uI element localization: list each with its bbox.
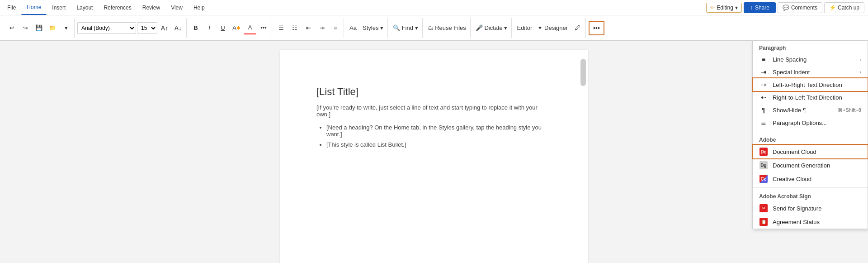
list-group: ☰ ☷ ⇤ ⇥ ≡ bbox=[273, 18, 344, 38]
menu-file[interactable]: File bbox=[2, 0, 21, 15]
doc-title: [List Title] bbox=[316, 86, 552, 98]
share-icon: ↑ bbox=[750, 5, 753, 11]
send-for-signature-item[interactable]: ✉ Send for Signature bbox=[753, 201, 868, 215]
ribbon: ↩ ↪ 💾 📁 ▾ Arial (Body) 15 A↑ A↓ B I U A🔶… bbox=[0, 15, 868, 41]
line-spacing-arrow: › bbox=[860, 57, 861, 62]
ltr-label: Left-to-Right Text Direction bbox=[773, 81, 861, 88]
paragraph-options-icon: ≣ bbox=[759, 119, 768, 126]
title-bar-right: ✏ Editing ▾ ↑ Share 💬 Comments ⚡ Catch u… bbox=[706, 2, 868, 13]
highlight-button[interactable]: A🔶 bbox=[230, 22, 243, 34]
catchup-button[interactable]: ⚡ Catch up bbox=[824, 2, 864, 13]
document-page: [List Title] [If you're ready to write, … bbox=[280, 50, 588, 263]
decrease-font-button[interactable]: A↓ bbox=[172, 22, 184, 34]
menu-review[interactable]: Review bbox=[137, 0, 165, 15]
bullets-button[interactable]: ☰ bbox=[275, 22, 288, 34]
overflow-menu-button[interactable]: ••• bbox=[589, 21, 604, 35]
clear-format-button[interactable]: Aa bbox=[347, 22, 359, 34]
format-more-button[interactable]: ••• bbox=[257, 22, 270, 34]
special-indent-label: Special Indent bbox=[773, 69, 855, 76]
menu-home[interactable]: Home bbox=[21, 0, 47, 15]
agreement-status-item[interactable]: 📋 Agreement Status bbox=[753, 215, 868, 229]
scroll-bar[interactable] bbox=[580, 59, 586, 86]
list-item-1: [Need a heading? On the Home tab, in the… bbox=[326, 124, 552, 138]
highlight-colors-button[interactable]: 🖊 bbox=[571, 22, 584, 34]
acrobat-sign-section-header: Adobe Acrobat Sign bbox=[753, 190, 868, 201]
dictate-button[interactable]: 🎤 Dictate ▾ bbox=[473, 22, 510, 34]
more-quick-access[interactable]: ▾ bbox=[60, 22, 72, 34]
document-area: [List Title] [If you're ready to write, … bbox=[0, 41, 868, 263]
creative-cloud-icon: Cc bbox=[759, 175, 768, 183]
font-size-selector[interactable]: 15 bbox=[137, 22, 157, 34]
menu-references[interactable]: References bbox=[98, 0, 137, 15]
rtl-label: Right-to-Left Text Direction bbox=[773, 94, 861, 101]
menu-layout[interactable]: Layout bbox=[71, 0, 98, 15]
comments-label: Comments bbox=[791, 5, 817, 11]
document-cloud-item[interactable]: Dc Document Cloud bbox=[753, 145, 868, 158]
text-format-group: B I U A🔶 A ••• bbox=[188, 18, 272, 38]
line-spacing-item[interactable]: ≡ Line Spacing › bbox=[753, 53, 868, 66]
list-item-2: [This style is called List Bullet.] bbox=[326, 141, 552, 148]
creative-cloud-item[interactable]: Cc Creative Cloud bbox=[753, 172, 868, 186]
rtl-icon: ⇠ bbox=[759, 94, 768, 101]
font-name-selector[interactable]: Arial (Body) bbox=[77, 22, 136, 34]
open-button[interactable]: 📁 bbox=[46, 22, 59, 34]
styles-group: Aa Styles ▾ bbox=[345, 18, 388, 38]
menu-view[interactable]: View bbox=[165, 0, 188, 15]
font-group: Arial (Body) 15 A↑ A↓ bbox=[75, 18, 187, 38]
send-for-signature-icon: ✉ bbox=[759, 204, 768, 212]
document-cloud-label: Document Cloud bbox=[773, 148, 861, 155]
editor-button[interactable]: Editor bbox=[514, 22, 534, 34]
designer-button[interactable]: ✦ Designer bbox=[535, 22, 570, 34]
comments-button[interactable]: 💬 Comments bbox=[778, 2, 822, 13]
title-bar: File Home Insert Layout References Revie… bbox=[0, 0, 868, 15]
outdent-button[interactable]: ⇤ bbox=[302, 22, 315, 34]
send-for-signature-label: Send for Signature bbox=[773, 205, 861, 212]
font-color-button[interactable]: A bbox=[244, 22, 256, 34]
context-menu: Paragraph ≡ Line Spacing › ⇥ Special Ind… bbox=[752, 41, 868, 229]
redo-button[interactable]: ↪ bbox=[19, 22, 32, 34]
special-indent-item[interactable]: ⇥ Special Indent › bbox=[753, 66, 868, 78]
reuse-files-button[interactable]: 🗂 Reuse Files bbox=[425, 22, 468, 34]
show-hide-shortcut: ⌘+Shift+8 bbox=[838, 107, 861, 113]
line-spacing-icon: ≡ bbox=[759, 56, 768, 63]
show-hide-icon: ¶ bbox=[759, 106, 768, 114]
creative-cloud-label: Creative Cloud bbox=[773, 176, 861, 182]
pencil-icon: ✏ bbox=[710, 5, 715, 11]
show-hide-item[interactable]: ¶ Show/Hide ¶ ⌘+Shift+8 bbox=[753, 104, 868, 116]
ltr-icon: ⇢ bbox=[759, 81, 768, 88]
show-hide-label: Show/Hide ¶ bbox=[773, 107, 833, 114]
agreement-status-icon: 📋 bbox=[759, 218, 768, 226]
indent-button[interactable]: ⇥ bbox=[316, 22, 328, 34]
save-button[interactable]: 💾 bbox=[33, 22, 45, 34]
undo-button[interactable]: ↩ bbox=[5, 22, 18, 34]
chevron-down-icon: ▾ bbox=[735, 5, 738, 11]
reuse-group: 🗂 Reuse Files bbox=[424, 18, 471, 38]
italic-button[interactable]: I bbox=[203, 22, 216, 34]
menu-insert[interactable]: Insert bbox=[47, 0, 71, 15]
editing-mode-button[interactable]: ✏ Editing ▾ bbox=[706, 3, 742, 13]
numbering-button[interactable]: ☷ bbox=[288, 22, 301, 34]
share-button[interactable]: ↑ Share bbox=[744, 2, 776, 13]
document-generation-item[interactable]: Dg Document Generation bbox=[753, 158, 868, 172]
comments-icon: 💬 bbox=[783, 5, 789, 11]
menu-bar: File Home Insert Layout References Revie… bbox=[0, 0, 210, 15]
alignment-button[interactable]: ≡ bbox=[329, 22, 342, 34]
share-label: Share bbox=[755, 5, 769, 11]
underline-button[interactable]: U bbox=[217, 22, 229, 34]
styles-dropdown-button[interactable]: Styles ▾ bbox=[360, 22, 386, 34]
find-button[interactable]: 🔍 Find ▾ bbox=[391, 22, 420, 34]
editor-group: Editor ✦ Designer 🖊 bbox=[513, 18, 586, 38]
rtl-direction-item[interactable]: ⇠ Right-to-Left Text Direction bbox=[753, 91, 868, 104]
dictate-group: 🎤 Dictate ▾ bbox=[472, 18, 512, 38]
bold-button[interactable]: B bbox=[189, 22, 202, 34]
menu-help[interactable]: Help bbox=[188, 0, 210, 15]
paragraph-options-item[interactable]: ≣ Paragraph Options... bbox=[753, 116, 868, 129]
catchup-icon: ⚡ bbox=[829, 5, 836, 11]
increase-font-button[interactable]: A↑ bbox=[158, 22, 171, 34]
ltr-direction-item[interactable]: ⇢ Left-to-Right Text Direction bbox=[753, 78, 868, 91]
special-indent-arrow: › bbox=[860, 70, 861, 75]
divider-2 bbox=[753, 187, 868, 188]
paragraph-section-header: Paragraph bbox=[753, 41, 868, 53]
special-indent-icon: ⇥ bbox=[759, 68, 768, 76]
line-spacing-label: Line Spacing bbox=[773, 56, 855, 63]
